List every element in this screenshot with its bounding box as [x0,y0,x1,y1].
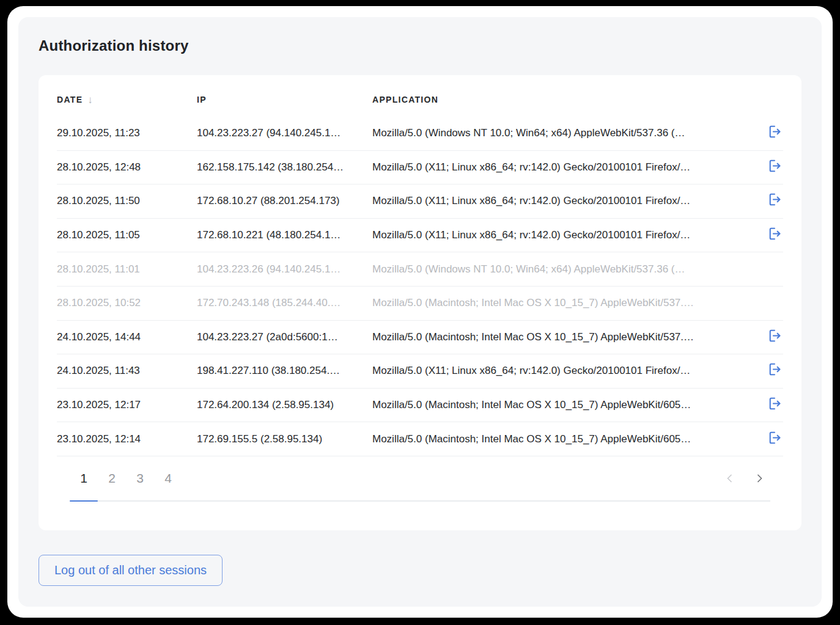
logout-session-button[interactable] [766,192,783,210]
pagination-nav [724,471,770,487]
page-4[interactable]: 4 [154,471,182,500]
column-header-date[interactable]: DATE ↓ [57,93,197,106]
app-window: Authorization history DATE ↓ IP APPLICAT… [7,6,833,618]
session-ip: 104.23.223.27 (94.140.245.1… [197,127,372,139]
session-ip: 172.68.10.27 (88.201.254.173) [197,195,372,207]
logout-icon [767,361,783,381]
session-actions [756,227,783,244]
column-header-date-label: DATE [57,95,83,104]
session-date: 28.10.2025, 11:50 [57,195,197,207]
security-panel: Authorization history DATE ↓ IP APPLICAT… [18,17,822,607]
logout-all-sessions-button[interactable]: Log out of all other sessions [39,555,223,586]
page-2[interactable]: 2 [98,471,126,500]
session-ip: 198.41.227.110 (38.180.254.… [197,365,372,377]
logout-icon [767,327,783,347]
table-row: 24.10.2025, 11:43 198.41.227.110 (38.180… [57,354,783,389]
column-header-ip[interactable]: IP [197,95,372,104]
page-1-active[interactable]: 1 [70,471,98,500]
table-header: DATE ↓ IP APPLICATION [57,75,783,117]
session-ip: 172.70.243.148 (185.244.40.… [197,297,372,309]
logout-icon [767,158,783,177]
session-application: Mozilla/5.0 (Windows NT 10.0; Win64; x64… [372,263,756,276]
logout-icon [767,123,783,143]
session-date: 28.10.2025, 11:05 [57,229,197,241]
table-body: 29.10.2025, 11:23 104.23.223.27 (94.140.… [57,117,783,456]
table-row: 23.10.2025, 12:14 172.69.155.5 (2.58.95.… [57,422,783,456]
logout-icon [767,395,783,415]
session-actions [756,125,783,142]
session-actions [756,159,783,176]
auth-history-card: DATE ↓ IP APPLICATION 29.10.2025, 11:23 … [39,75,801,530]
session-actions [756,192,783,210]
session-ip: 162.158.175.142 (38.180.254… [197,161,372,174]
session-application: Mozilla/5.0 (X11; Linux x86_64; rv:142.0… [372,229,756,241]
chevron-right-icon [753,472,765,487]
column-header-application[interactable]: APPLICATION [372,95,756,104]
session-application: Mozilla/5.0 (Macintosh; Intel Mac OS X 1… [372,297,756,309]
session-application: Mozilla/5.0 (X11; Linux x86_64; rv:142.0… [372,195,756,207]
session-application: Mozilla/5.0 (Macintosh; Intel Mac OS X 1… [372,399,756,411]
session-date: 28.10.2025, 11:01 [57,263,197,276]
session-actions [756,431,783,448]
logout-session-button[interactable] [766,431,783,448]
session-date: 23.10.2025, 12:14 [57,433,197,445]
session-date: 24.10.2025, 14:44 [57,331,197,343]
session-date: 29.10.2025, 11:23 [57,127,197,139]
session-application: Mozilla/5.0 (Macintosh; Intel Mac OS X 1… [372,331,756,343]
logout-session-button[interactable] [766,329,783,346]
page-title: Authorization history [39,37,189,54]
session-ip: 172.64.200.134 (2.58.95.134) [197,399,372,411]
session-date: 23.10.2025, 12:17 [57,399,197,411]
logout-session-button[interactable] [766,159,783,176]
pagination-pages: 1234 [70,471,182,500]
session-date: 28.10.2025, 12:48 [57,161,197,174]
next-page-button[interactable] [753,472,765,487]
session-actions [756,397,783,414]
logout-icon [767,429,783,449]
page-3[interactable]: 3 [126,471,154,500]
session-application: Mozilla/5.0 (Macintosh; Intel Mac OS X 1… [372,433,756,445]
logout-session-button[interactable] [766,227,783,244]
table-row: 28.10.2025, 11:50 172.68.10.27 (88.201.2… [57,185,783,219]
table-row: 28.10.2025, 10:52 172.70.243.148 (185.24… [57,287,783,321]
session-ip: 104.23.223.26 (94.140.245.1… [197,263,372,276]
table-row: 28.10.2025, 11:05 172.68.10.221 (48.180.… [57,219,783,253]
session-application: Mozilla/5.0 (X11; Linux x86_64; rv:142.0… [372,161,756,174]
session-actions [756,362,783,379]
logout-session-button[interactable] [766,125,783,142]
logout-icon [767,225,783,245]
table-row: 28.10.2025, 11:01 104.23.223.26 (94.140.… [57,252,783,287]
table-row: 23.10.2025, 12:17 172.64.200.134 (2.58.9… [57,389,783,423]
session-application: Mozilla/5.0 (X11; Linux x86_64; rv:142.0… [372,365,756,377]
session-actions [756,329,783,346]
pagination: 1234 [70,456,770,502]
session-ip: 104.23.223.27 (2a0d:5600:1… [197,331,372,343]
session-ip: 172.69.155.5 (2.58.95.134) [197,433,372,445]
table-row: 29.10.2025, 11:23 104.23.223.27 (94.140.… [57,117,783,151]
session-date: 24.10.2025, 11:43 [57,365,197,377]
session-ip: 172.68.10.221 (48.180.254.1… [197,229,372,241]
chevron-left-icon [724,472,736,487]
session-date: 28.10.2025, 10:52 [57,297,197,309]
prev-page-button[interactable] [724,472,736,487]
sort-desc-icon: ↓ [87,94,94,106]
table-row: 28.10.2025, 12:48 162.158.175.142 (38.18… [57,151,783,185]
logout-session-button[interactable] [766,362,783,379]
logout-session-button[interactable] [766,397,783,414]
logout-icon [767,191,783,211]
session-application: Mozilla/5.0 (Windows NT 10.0; Win64; x64… [372,127,756,139]
table-row: 24.10.2025, 14:44 104.23.223.27 (2a0d:56… [57,321,783,355]
